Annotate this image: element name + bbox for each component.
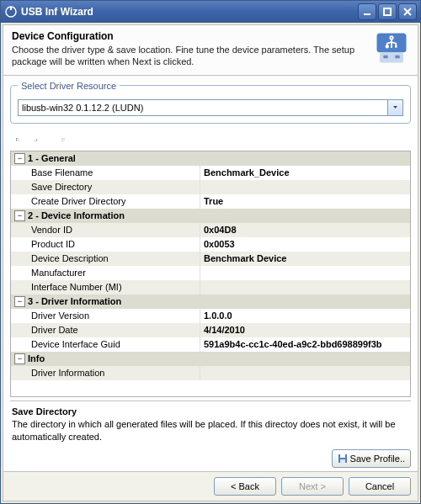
property-section-header[interactable]: −Info: [11, 352, 410, 366]
page-title: Device Configuration: [12, 30, 367, 42]
next-button: Next >: [281, 477, 344, 496]
cancel-button[interactable]: Cancel: [349, 477, 411, 496]
svg-rect-15: [16, 138, 17, 139]
property-section-header[interactable]: −1 - General: [11, 151, 410, 166]
property-row[interactable]: Create Driver DirectoryTrue: [11, 194, 410, 209]
property-name: Interface Number (MI): [14, 282, 122, 292]
svg-rect-11: [395, 45, 397, 48]
window-root: USB Inf Wizard Device Configuration Choo…: [0, 0, 421, 504]
collapse-icon[interactable]: −: [14, 296, 25, 307]
property-value[interactable]: Benchmark_Device: [200, 167, 410, 178]
property-value[interactable]: 0x04D8: [200, 225, 410, 235]
property-row[interactable]: Save Directory: [11, 180, 410, 194]
header-pane: Device Configuration Choose the driver t…: [3, 25, 418, 76]
collapse-icon[interactable]: −: [14, 353, 25, 364]
svg-rect-16: [16, 140, 17, 141]
property-name: Device Interface Guid: [14, 339, 120, 349]
driver-resource-dropdown[interactable]: [388, 99, 403, 116]
svg-marker-22: [36, 140, 38, 141]
property-row[interactable]: Manufacturer: [11, 266, 410, 280]
alphabetical-view-button[interactable]: AZ: [29, 132, 44, 147]
app-icon: [4, 5, 18, 19]
property-name: Driver Information: [14, 368, 104, 378]
property-name: Save Directory: [14, 182, 92, 192]
back-button[interactable]: < Back: [214, 477, 276, 496]
close-button[interactable]: [398, 3, 417, 20]
property-value[interactable]: Benchmark Device: [200, 253, 410, 263]
wizard-button-row: < Back Next > Cancel: [3, 471, 418, 501]
property-value[interactable]: 591a9b4c-cc1c-40ed-a9c2-bbd698899f3b: [200, 339, 410, 349]
property-name: Base Filename: [14, 167, 93, 178]
page-description: Choose the driver type & save location. …: [12, 44, 367, 68]
property-name: Driver Version: [14, 310, 89, 321]
svg-rect-3: [384, 8, 391, 15]
svg-rect-1: [10, 7, 12, 10]
property-name: Create Driver Directory: [14, 196, 125, 206]
svg-text:A: A: [35, 137, 36, 139]
property-name: Driver Date: [14, 325, 78, 335]
svg-rect-28: [340, 459, 345, 463]
property-toolbar: AZ: [10, 132, 411, 147]
property-row[interactable]: Device Interface Guid591a9b4c-cc1c-40ed-…: [11, 337, 410, 352]
property-name: Vendor ID: [14, 225, 72, 235]
property-grid[interactable]: −1 - GeneralBase FilenameBenchmark_Devic…: [10, 151, 411, 398]
svg-point-10: [386, 45, 388, 48]
window-title: USB Inf Wizard: [21, 6, 358, 18]
property-value[interactable]: 0x0053: [200, 239, 410, 249]
property-value[interactable]: True: [200, 196, 410, 206]
property-name: Device Description: [14, 253, 109, 263]
property-value[interactable]: 4/14/2010: [200, 325, 410, 335]
property-row[interactable]: Driver Version1.0.0.0: [11, 309, 410, 323]
property-row[interactable]: Driver Date4/14/2010: [11, 323, 410, 337]
property-section-header[interactable]: −3 - Driver Information: [11, 294, 410, 309]
svg-rect-13: [395, 56, 399, 59]
property-name: Product ID: [14, 239, 75, 249]
driver-resource-legend: Select Driver Resource: [18, 81, 120, 91]
driver-resource-combo[interactable]: [18, 99, 388, 116]
svg-text:Z: Z: [35, 139, 35, 141]
collapse-icon[interactable]: −: [14, 153, 25, 164]
content-area: Device Configuration Choose the driver t…: [3, 24, 418, 501]
titlebar[interactable]: USB Inf Wizard: [1, 1, 420, 23]
save-profile-label: Save Profile..: [350, 454, 405, 464]
minimize-button[interactable]: [358, 3, 376, 20]
driver-resource-group: Select Driver Resource: [10, 81, 411, 124]
property-section-header[interactable]: −2 - Device Information: [11, 209, 410, 223]
help-pane: Save Directory The directory in which al…: [10, 401, 411, 444]
disk-icon: [338, 454, 348, 464]
maximize-button[interactable]: [378, 3, 397, 20]
svg-rect-7: [380, 52, 403, 62]
section-title: 2 - Device Information: [28, 210, 125, 220]
property-pages-button[interactable]: [56, 132, 71, 147]
property-row[interactable]: Driver Information: [11, 366, 410, 380]
svg-marker-14: [393, 106, 397, 109]
property-name: Manufacturer: [14, 268, 86, 278]
section-title: 3 - Driver Information: [28, 296, 121, 306]
usb-icon: [374, 30, 409, 66]
categorized-view-button[interactable]: [10, 132, 25, 147]
property-row[interactable]: Product ID0x0053: [11, 237, 410, 252]
help-description: The directory in which all generated fil…: [12, 418, 409, 443]
property-row[interactable]: Vendor ID0x04D8: [11, 223, 410, 237]
help-title: Save Directory: [12, 406, 409, 416]
collapse-icon[interactable]: −: [14, 210, 25, 221]
save-profile-button[interactable]: Save Profile..: [332, 449, 411, 468]
svg-rect-12: [383, 56, 387, 59]
section-title: 1 - General: [28, 153, 76, 163]
property-value[interactable]: 1.0.0.0: [200, 310, 410, 321]
property-row[interactable]: Base FilenameBenchmark_Device: [11, 166, 410, 180]
property-row[interactable]: Device DescriptionBenchmark Device: [11, 252, 410, 266]
svg-rect-27: [340, 454, 345, 458]
property-row[interactable]: Interface Number (MI): [11, 280, 410, 294]
section-title: Info: [28, 353, 45, 363]
